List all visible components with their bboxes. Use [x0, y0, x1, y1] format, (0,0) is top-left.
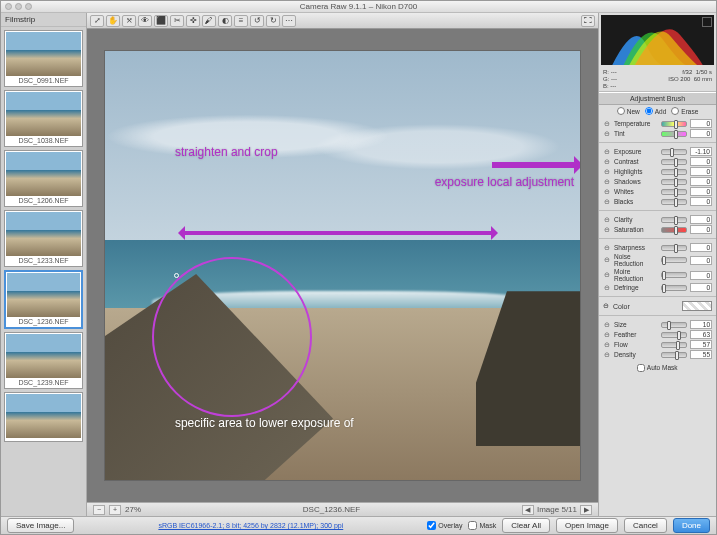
slider-clarity[interactable]: ⊖Clarity0	[603, 215, 712, 224]
slider-value[interactable]: 0	[690, 187, 712, 196]
thumb-item[interactable]: DSC_1233.NEF	[4, 210, 83, 267]
slider-value[interactable]: 0	[690, 119, 712, 128]
thumb-item[interactable]: DSC_1206.NEF	[4, 150, 83, 207]
done-button[interactable]: Done	[673, 518, 710, 533]
toggle-icon[interactable]: ⊖	[603, 226, 611, 234]
thumb-list[interactable]: DSC_0991.NEFDSC_1038.NEFDSC_1206.NEFDSC_…	[1, 27, 86, 516]
slider-track[interactable]	[661, 169, 687, 175]
toggle-icon[interactable]: ⊖	[603, 130, 611, 138]
slider-exposure[interactable]: ⊖Exposure-1.10	[603, 147, 712, 156]
slider-saturation[interactable]: ⊖Saturation0	[603, 225, 712, 234]
slider-value[interactable]: 0	[690, 215, 712, 224]
automask-checkbox[interactable]: Auto Mask	[637, 364, 677, 371]
tool-button[interactable]: ◐	[218, 15, 232, 27]
tool-button[interactable]: ↺	[250, 15, 264, 27]
slider-value[interactable]: 10	[690, 320, 712, 329]
slider-track[interactable]	[661, 245, 687, 251]
slider-track[interactable]	[661, 342, 687, 348]
slider-noise-reduction[interactable]: ⊖Noise Reduction0	[603, 253, 712, 267]
toggle-icon[interactable]: ⊖	[603, 256, 611, 264]
overlay-checkbox[interactable]: Overlay	[427, 521, 462, 530]
save-image-button[interactable]: Save Image...	[7, 518, 74, 533]
mask-checkbox[interactable]: Mask	[468, 521, 496, 530]
slider-value[interactable]: 55	[690, 350, 712, 359]
slider-track[interactable]	[661, 131, 687, 137]
slider-track[interactable]	[661, 227, 687, 233]
slider-size[interactable]: ⊖Size10	[603, 320, 712, 329]
toggle-icon[interactable]: ⊖	[603, 120, 611, 128]
toggle-icon[interactable]: ⊖	[603, 188, 611, 196]
slider-blacks[interactable]: ⊖Blacks0	[603, 197, 712, 206]
slider-value[interactable]: 0	[690, 283, 712, 292]
slider-value[interactable]: 0	[690, 157, 712, 166]
toggle-icon[interactable]: ⊖	[603, 331, 611, 339]
tool-button[interactable]: ✋	[106, 15, 120, 27]
toggle-icon[interactable]: ⊖	[603, 158, 611, 166]
slider-temperature[interactable]: ⊖Temperature0	[603, 119, 712, 128]
slider-value[interactable]: 0	[690, 225, 712, 234]
color-swatch[interactable]	[682, 301, 712, 311]
fullscreen-button[interactable]: ⛶	[581, 15, 595, 27]
slider-track[interactable]	[661, 217, 687, 223]
slider-flow[interactable]: ⊖Flow57	[603, 340, 712, 349]
next-image-button[interactable]: ▶	[580, 505, 592, 515]
slider-sharpness[interactable]: ⊖Sharpness0	[603, 243, 712, 252]
slider-density[interactable]: ⊖Density55	[603, 350, 712, 359]
slider-feather[interactable]: ⊖Feather63	[603, 330, 712, 339]
tool-button[interactable]: ✂	[170, 15, 184, 27]
toggle-icon[interactable]: ⊖	[603, 244, 611, 252]
thumb-item[interactable]: DSC_0991.NEF	[4, 30, 83, 87]
tool-button[interactable]: ≡	[234, 15, 248, 27]
slider-track[interactable]	[661, 285, 687, 291]
toggle-icon[interactable]: ⊖	[603, 321, 611, 329]
slider-tint[interactable]: ⊖Tint0	[603, 129, 712, 138]
tool-button[interactable]: ⬛	[154, 15, 168, 27]
slider-track[interactable]	[661, 159, 687, 165]
slider-shadows[interactable]: ⊖Shadows0	[603, 177, 712, 186]
window-controls[interactable]	[5, 3, 32, 10]
slider-moire-reduction[interactable]: ⊖Moire Reduction0	[603, 268, 712, 282]
histogram[interactable]	[601, 15, 714, 65]
tool-button[interactable]: ⋯	[282, 15, 296, 27]
workflow-link[interactable]: sRGB IEC61966-2.1; 8 bit; 4256 by 2832 (…	[80, 522, 421, 529]
slider-value[interactable]: 0	[690, 177, 712, 186]
mode-add[interactable]: Add	[645, 107, 667, 115]
slider-value[interactable]: 57	[690, 340, 712, 349]
toggle-icon[interactable]: ⊖	[603, 341, 611, 349]
canvas-area[interactable]: straighten and crop exposure local adjus…	[87, 29, 598, 502]
slider-value[interactable]: 63	[690, 330, 712, 339]
slider-track[interactable]	[661, 121, 687, 127]
slider-value[interactable]: 0	[690, 256, 712, 265]
mode-erase[interactable]: Erase	[671, 107, 698, 115]
slider-value[interactable]: 0	[690, 167, 712, 176]
slider-whites[interactable]: ⊖Whites0	[603, 187, 712, 196]
slider-track[interactable]	[661, 352, 687, 358]
slider-value[interactable]: 0	[690, 243, 712, 252]
slider-track[interactable]	[661, 149, 687, 155]
thumb-item[interactable]: DSC_1038.NEF	[4, 90, 83, 147]
toggle-icon[interactable]: ⊖	[603, 148, 611, 156]
clear-all-button[interactable]: Clear All	[502, 518, 550, 533]
toggle-icon[interactable]: ⊖	[603, 284, 611, 292]
expand-icon[interactable]	[702, 17, 712, 27]
tool-button[interactable]: ⤢	[90, 15, 104, 27]
slider-track[interactable]	[661, 272, 687, 278]
open-image-button[interactable]: Open Image	[556, 518, 618, 533]
thumb-item[interactable]: DSC_1239.NEF	[4, 332, 83, 389]
cancel-button[interactable]: Cancel	[624, 518, 667, 533]
tool-button[interactable]: 👁	[138, 15, 152, 27]
slider-defringe[interactable]: ⊖Defringe0	[603, 283, 712, 292]
toggle-icon[interactable]: ⊖	[603, 198, 611, 206]
image-canvas[interactable]: straighten and crop exposure local adjus…	[105, 51, 580, 481]
slider-track[interactable]	[661, 199, 687, 205]
slider-value[interactable]: -1.10	[690, 147, 712, 156]
toggle-icon[interactable]: ⊖	[603, 178, 611, 186]
slider-track[interactable]	[661, 257, 687, 263]
slider-contrast[interactable]: ⊖Contrast0	[603, 157, 712, 166]
toggle-icon[interactable]: ⊖	[603, 168, 611, 176]
toggle-icon[interactable]: ⊖	[603, 351, 611, 359]
zoom-in-button[interactable]: +	[109, 505, 121, 515]
toggle-icon[interactable]: ⊖	[603, 271, 611, 279]
slider-track[interactable]	[661, 179, 687, 185]
thumb-item[interactable]	[4, 392, 83, 442]
